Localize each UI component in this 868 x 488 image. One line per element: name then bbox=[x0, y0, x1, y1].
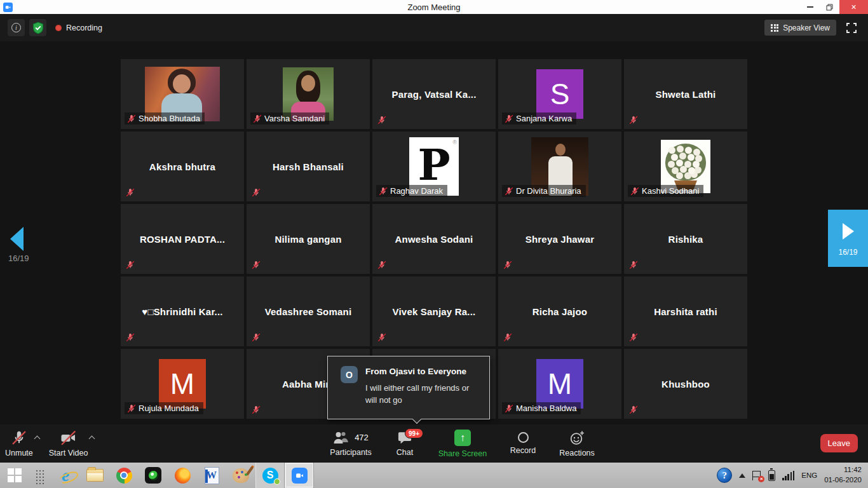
participant-name: ROSHAN PADTA... bbox=[133, 234, 231, 245]
participant-tile[interactable]: P®Raghav Darak bbox=[372, 132, 496, 201]
minimize-button[interactable] bbox=[800, 0, 820, 14]
participant-tile[interactable]: SSanjana Karwa bbox=[498, 59, 621, 129]
leave-button[interactable]: Leave bbox=[820, 434, 858, 452]
participant-tile[interactable]: Vedashree Somani bbox=[247, 276, 370, 346]
taskbar-skype-icon[interactable]: S bbox=[255, 463, 285, 488]
muted-mic-icon bbox=[505, 114, 513, 123]
meeting-toolbar: Unmute Start Video bbox=[0, 424, 868, 463]
chat-sender-avatar: O bbox=[341, 366, 358, 383]
start-video-button[interactable]: Start Video bbox=[49, 424, 88, 463]
start-button[interactable] bbox=[0, 463, 29, 488]
previous-page-arrow[interactable] bbox=[10, 227, 24, 251]
share-screen-button[interactable]: ↑ Share Screen bbox=[430, 424, 496, 463]
muted-mic-icon bbox=[377, 116, 386, 125]
chat-notification-popup[interactable]: O From Ojasvi to Everyone I will either … bbox=[327, 356, 490, 419]
video-options-chevron[interactable] bbox=[90, 435, 95, 440]
participant-tile[interactable]: Shweta Lathi bbox=[624, 59, 747, 129]
participant-name-label: Manisha Baldwa bbox=[502, 402, 581, 414]
participant-name: Shobha Bhutada bbox=[139, 114, 200, 123]
fullscreen-icon[interactable] bbox=[846, 23, 857, 33]
taskbar-chrome-icon[interactable] bbox=[109, 463, 139, 488]
muted-mic-icon bbox=[253, 114, 262, 123]
reactions-label: Reactions bbox=[559, 449, 595, 458]
participant-tile[interactable]: Khushboo bbox=[624, 349, 747, 419]
participant-tile[interactable]: Rishika bbox=[624, 204, 747, 274]
participant-tile[interactable]: MRujula Mundada bbox=[121, 349, 244, 419]
reactions-smiley-icon bbox=[569, 430, 585, 445]
taskbar-internet-explorer-icon[interactable]: e bbox=[51, 463, 80, 488]
tray-time: 11:42 bbox=[824, 465, 862, 475]
participant-tile[interactable]: Harshita rathi bbox=[624, 276, 747, 346]
speaker-view-button[interactable]: Speaker View bbox=[764, 20, 836, 36]
taskbar-firefox-icon[interactable] bbox=[168, 463, 197, 488]
participant-tile[interactable]: Dr Divita Bhuraria bbox=[498, 132, 621, 201]
participant-name-label: Dr Divita Bhuraria bbox=[502, 185, 586, 197]
page-indicator-left: 16/19 bbox=[8, 254, 29, 263]
record-button[interactable]: Record bbox=[502, 424, 544, 463]
taskbar-zoom-icon[interactable] bbox=[285, 463, 314, 488]
recording-indicator: Recording bbox=[55, 24, 102, 32]
help-icon[interactable]: ? bbox=[717, 468, 732, 483]
language-indicator[interactable]: ENG bbox=[801, 471, 817, 479]
muted-mic-icon bbox=[629, 116, 638, 125]
chat-button[interactable]: 99+ Chat bbox=[386, 424, 423, 463]
taskbar-word-icon[interactable]: W bbox=[197, 463, 226, 488]
participant-name-label: Varsha Samdani bbox=[250, 112, 329, 125]
reactions-button[interactable]: Reactions bbox=[550, 424, 604, 463]
taskbar-search-dots-icon[interactable] bbox=[29, 463, 51, 488]
participant-tile[interactable]: Anwesha Sodani bbox=[372, 204, 496, 274]
unmute-button[interactable]: Unmute bbox=[5, 424, 33, 463]
participant-tile[interactable]: Harsh Bhansali bbox=[247, 132, 370, 201]
participant-name: Khushboo bbox=[655, 379, 716, 390]
muted-mic-icon bbox=[126, 188, 135, 197]
taskbar-file-explorer-icon[interactable] bbox=[80, 463, 109, 488]
muted-mic-icon bbox=[252, 405, 261, 414]
muted-mic-icon bbox=[126, 261, 135, 269]
tray-date: 01-06-2020 bbox=[824, 475, 862, 485]
participants-label: Participants bbox=[330, 448, 371, 457]
taskbar-webcam-app-icon[interactable] bbox=[139, 463, 168, 488]
participant-tile[interactable]: Akshra bhutra bbox=[121, 132, 244, 201]
audio-options-chevron[interactable] bbox=[35, 435, 40, 440]
participant-name: ♥□Shrinidhi Kar... bbox=[135, 306, 229, 317]
record-label: Record bbox=[510, 446, 536, 455]
participant-name: Manisha Baldwa bbox=[516, 403, 576, 413]
participant-name: Harshita rathi bbox=[648, 306, 724, 317]
chat-unread-badge: 99+ bbox=[405, 428, 423, 438]
participant-name: Akshra bhutra bbox=[143, 161, 222, 172]
encryption-shield-icon[interactable] bbox=[29, 19, 46, 36]
participant-tile[interactable]: ♥□Shrinidhi Kar... bbox=[121, 276, 244, 346]
popup-tail bbox=[412, 415, 421, 424]
participant-name: Vedashree Somani bbox=[259, 306, 358, 317]
muted-mic-icon bbox=[252, 261, 261, 269]
muted-mic-icon bbox=[252, 333, 261, 342]
participant-tile[interactable]: MManisha Baldwa bbox=[498, 349, 621, 419]
restore-button[interactable] bbox=[820, 0, 839, 14]
participant-name: Nilima gangan bbox=[268, 234, 348, 245]
show-hidden-icons-chevron[interactable] bbox=[739, 473, 745, 478]
page-indicator-right: 16/19 bbox=[838, 248, 857, 257]
next-page-arrow[interactable]: 16/19 bbox=[828, 210, 868, 267]
zoom-meeting-window: Zoom Meeting × i Recording Speaker View … bbox=[0, 0, 868, 488]
meeting-info-button[interactable]: i bbox=[8, 19, 25, 36]
participant-tile[interactable]: Nilima gangan bbox=[247, 204, 370, 274]
muted-mic-icon bbox=[377, 261, 386, 269]
taskbar-clock[interactable]: 11:42 01-06-2020 bbox=[824, 465, 862, 485]
participant-tile[interactable]: Parag, Vatsal Ka... bbox=[372, 59, 496, 129]
network-signal-icon[interactable] bbox=[782, 471, 794, 480]
participant-name: Sanjana Karwa bbox=[516, 114, 572, 123]
participant-tile[interactable]: Varsha Samdani bbox=[247, 59, 370, 129]
participants-button[interactable]: 472 Participants bbox=[322, 424, 380, 463]
participant-tile[interactable]: Vivek Sanjay Ra... bbox=[372, 276, 496, 346]
participants-icon bbox=[333, 431, 350, 445]
taskbar-paint-icon[interactable] bbox=[226, 463, 255, 488]
participant-tile[interactable]: Kashvi Sodhani bbox=[624, 132, 747, 201]
participant-tile[interactable]: ROSHAN PADTA... bbox=[121, 204, 244, 274]
participant-name: Richa Jajoo bbox=[526, 306, 593, 317]
participant-tile[interactable]: Shreya Jhawar bbox=[498, 204, 621, 274]
action-center-flag-icon[interactable] bbox=[752, 471, 761, 480]
participant-tile[interactable]: Shobha Bhutada bbox=[121, 59, 244, 129]
battery-icon[interactable] bbox=[768, 470, 775, 481]
close-button[interactable]: × bbox=[839, 0, 868, 14]
participant-tile[interactable]: Richa Jajoo bbox=[498, 276, 621, 346]
